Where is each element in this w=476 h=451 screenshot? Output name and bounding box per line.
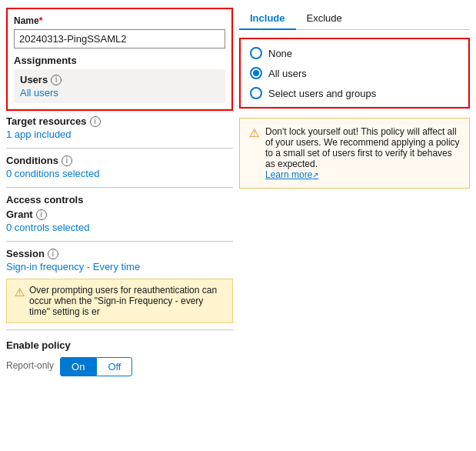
learn-more-link[interactable]: Learn more <box>265 169 318 180</box>
conditions-value[interactable]: 0 conditions selected <box>6 168 99 179</box>
over-prompting-text: Over prompting users for reauthenticatio… <box>29 285 225 317</box>
users-info-icon[interactable]: i <box>51 75 62 85</box>
session-value[interactable]: Sign-in frequency - Every time <box>6 261 140 272</box>
radio-select-circle <box>250 87 262 99</box>
toggle-on-button[interactable]: On <box>60 357 96 376</box>
left-panel: Name* Assignments Users i All users Targ… <box>6 8 233 445</box>
users-label-row: Users i <box>20 74 219 85</box>
tab-include[interactable]: Include <box>239 8 296 30</box>
toggle-off-button[interactable]: Off <box>96 357 132 376</box>
assignments-heading: Assignments <box>14 55 225 66</box>
access-controls-section: Access controls <box>6 194 233 207</box>
access-controls-label: Access controls <box>6 194 83 205</box>
app-included-link[interactable]: 1 app included <box>6 129 72 140</box>
all-users-link[interactable]: All users <box>20 87 58 99</box>
over-prompting-warning: ⚠ Over prompting users for reauthenticat… <box>6 279 233 323</box>
users-label: Users <box>20 74 48 85</box>
grant-section: Grant i 0 controls selected <box>6 209 233 233</box>
users-box: Users i All users <box>14 69 225 103</box>
session-section: Session i Sign-in frequency - Every time <box>6 248 233 272</box>
radio-none-label: None <box>268 48 292 59</box>
session-label: Session <box>6 248 45 259</box>
divider-2 <box>6 187 233 188</box>
grant-value[interactable]: 0 controls selected <box>6 222 89 233</box>
toggle-group: On Off <box>60 357 132 376</box>
grant-info-icon[interactable]: i <box>36 209 47 220</box>
enable-policy-section: Enable policy Report-only On Off <box>6 336 233 376</box>
session-info-icon[interactable]: i <box>48 249 58 259</box>
target-resources-label: Target resources <box>6 115 87 127</box>
conditions-label: Conditions <box>6 155 58 166</box>
right-warning-box: ⚠ Don't lock yourself out! This policy w… <box>239 118 470 189</box>
radio-all-users-row[interactable]: All users <box>250 67 459 79</box>
report-only-label: Report-only <box>6 360 54 371</box>
enable-policy-label: Enable policy <box>6 339 233 351</box>
radio-all-users-label: All users <box>268 68 307 79</box>
target-resources-section: Target resources i 1 app included <box>6 115 233 140</box>
radio-all-users-circle <box>250 67 262 79</box>
radio-none-circle <box>250 47 262 59</box>
name-assignments-section: Name* Assignments Users i All users <box>6 8 233 111</box>
name-label: Name* <box>14 15 225 26</box>
radio-select-row[interactable]: Select users and groups <box>250 87 459 99</box>
target-resources-info-icon[interactable]: i <box>90 116 101 127</box>
grant-label: Grant <box>6 209 33 220</box>
right-panel: Include Exclude None All users Select us… <box>239 8 470 445</box>
name-input[interactable] <box>14 29 225 48</box>
name-label-text: Name <box>14 15 39 26</box>
right-warning-text: Don't lock yourself out! This policy wil… <box>265 126 460 180</box>
conditions-section: Conditions i 0 conditions selected <box>6 155 233 179</box>
radio-none-row[interactable]: None <box>250 47 459 59</box>
divider-3 <box>6 241 233 242</box>
divider-4 <box>6 329 233 330</box>
conditions-info-icon[interactable]: i <box>62 155 72 166</box>
required-star: * <box>39 15 43 26</box>
radio-select-label: Select users and groups <box>268 88 376 99</box>
toggle-row: Report-only On Off <box>6 354 233 376</box>
divider-1 <box>6 148 233 149</box>
tabs-row: Include Exclude <box>239 8 470 30</box>
tab-exclude[interactable]: Exclude <box>296 8 353 30</box>
warning-bold: Don't lock yourself out! <box>265 126 358 137</box>
warning-icon-left: ⚠ <box>15 286 25 317</box>
radio-options-box: None All users Select users and groups <box>239 38 470 109</box>
warning-icon-right: ⚠ <box>249 126 259 180</box>
